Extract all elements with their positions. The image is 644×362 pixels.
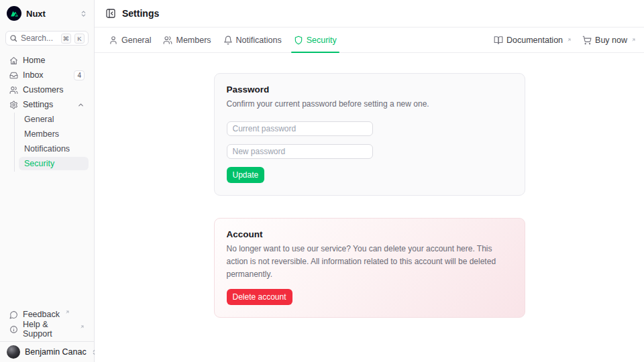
sidebar-item-label: Security xyxy=(24,159,54,168)
external-link-icon xyxy=(567,38,572,42)
feedback-link[interactable]: Feedback xyxy=(5,308,89,321)
search-icon xyxy=(9,34,17,42)
sidebar-item-home[interactable]: Home xyxy=(5,54,89,67)
tab-notifications[interactable]: Notifications xyxy=(217,27,288,52)
nuxt-logo-icon xyxy=(7,6,21,21)
password-card-description: Confirm your current password before set… xyxy=(227,98,513,111)
chevron-up-icon xyxy=(77,101,85,109)
active-tab-underline xyxy=(291,52,339,53)
tab-label: General xyxy=(121,36,151,45)
account-card: Account No longer want to use our servic… xyxy=(214,218,525,318)
gear-icon xyxy=(9,101,18,109)
sidebar-item-label: Inbox xyxy=(23,70,44,80)
sidebar: Nuxt Search... ⌘ K Home xyxy=(0,0,95,362)
sidebar-item-customers[interactable]: Customers xyxy=(5,83,89,97)
sidebar-item-inbox[interactable]: Inbox 4 xyxy=(5,68,89,82)
security-content: Password Confirm your current password b… xyxy=(95,53,644,362)
sidebar-item-label: Settings xyxy=(23,100,53,109)
team-name: Nuxt xyxy=(26,9,46,19)
tab-label: Notifications xyxy=(236,36,282,45)
sidebar-item-settings-security[interactable]: Security xyxy=(19,157,89,170)
password-card: Password Confirm your current password b… xyxy=(214,73,525,196)
avatar xyxy=(7,345,20,359)
sidebar-item-label: Home xyxy=(23,56,45,65)
external-link-icon xyxy=(65,310,70,314)
info-circle-icon xyxy=(9,325,18,334)
sidebar-nav: Home Inbox 4 Customers Settings xyxy=(0,54,94,172)
page-header: Settings xyxy=(95,0,644,27)
sidebar-item-settings-members[interactable]: Members xyxy=(19,127,89,141)
sidebar-item-settings-general[interactable]: General xyxy=(19,113,89,126)
action-label: Documentation xyxy=(506,36,563,45)
shield-icon xyxy=(294,36,303,45)
sidebar-item-label: Customers xyxy=(23,85,63,95)
tab-members[interactable]: Members xyxy=(157,27,217,52)
account-card-title: Account xyxy=(227,229,513,239)
external-link-icon xyxy=(631,38,636,42)
account-card-description: No longer want to use our service? You c… xyxy=(227,243,513,281)
kbd-meta: ⌘ xyxy=(61,34,72,44)
footer-link-label: Help & Support xyxy=(23,320,74,339)
search-input[interactable]: Search... ⌘ K xyxy=(5,31,89,46)
update-password-button[interactable]: Update xyxy=(227,167,265,183)
documentation-link[interactable]: Documentation xyxy=(494,36,572,45)
tab-label: Security xyxy=(307,36,337,45)
users-icon xyxy=(9,86,18,95)
book-open-icon xyxy=(494,36,503,45)
page-title: Settings xyxy=(122,8,159,19)
shopping-cart-icon xyxy=(582,36,592,45)
tab-label: Members xyxy=(176,36,211,45)
message-bubble-icon xyxy=(9,310,18,319)
header-actions: Documentation Buy now xyxy=(494,36,636,45)
sidebar-item-label: Notifications xyxy=(24,144,70,154)
user-icon xyxy=(109,36,118,45)
password-card-title: Password xyxy=(227,84,513,95)
sidebar-item-label: Members xyxy=(24,129,59,139)
users-icon xyxy=(163,36,172,45)
current-password-field[interactable] xyxy=(227,121,373,136)
sidebar-item-settings[interactable]: Settings xyxy=(5,98,89,111)
inbox-count-badge: 4 xyxy=(74,70,85,80)
sidebar-footer: Feedback Help & Support Ben xyxy=(0,308,94,362)
footer-link-label: Feedback xyxy=(23,310,60,319)
bell-icon xyxy=(223,36,233,45)
home-icon xyxy=(9,56,18,65)
app-root: Nuxt Search... ⌘ K Home xyxy=(0,0,644,362)
sidebar-item-settings-notifications[interactable]: Notifications xyxy=(19,142,89,156)
buy-now-link[interactable]: Buy now xyxy=(582,36,636,45)
user-name: Benjamin Canac xyxy=(25,347,87,357)
new-password-field[interactable] xyxy=(227,144,373,159)
user-menu[interactable]: Benjamin Canac xyxy=(0,341,94,362)
tab-general[interactable]: General xyxy=(103,27,157,52)
chevron-up-down-icon xyxy=(80,10,87,17)
delete-account-button[interactable]: Delete account xyxy=(227,289,292,305)
action-label: Buy now xyxy=(595,36,627,45)
sidebar-collapse-icon[interactable] xyxy=(105,8,116,19)
settings-subnav: General Members Notifications Security xyxy=(14,113,89,172)
inbox-icon xyxy=(9,71,18,80)
kbd-k: K xyxy=(74,34,85,44)
external-link-icon xyxy=(80,324,85,329)
settings-tabbar: General Members Notifications Security xyxy=(95,27,644,53)
search-placeholder: Search... xyxy=(21,34,58,43)
tab-security[interactable]: Security xyxy=(288,27,343,52)
help-support-link[interactable]: Help & Support xyxy=(5,322,89,336)
team-selector[interactable]: Nuxt xyxy=(0,0,94,27)
sidebar-item-label: General xyxy=(24,115,54,124)
main-panel: Settings General Members Notifications xyxy=(95,0,644,362)
